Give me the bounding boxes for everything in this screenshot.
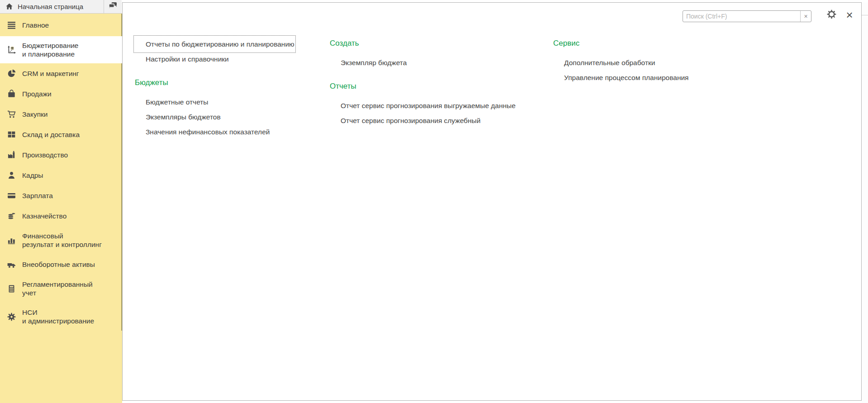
chat-button[interactable] [104, 0, 122, 13]
home-icon [5, 3, 13, 10]
search-box: × [683, 10, 811, 22]
command-link[interactable]: Бюджетные отчеты [135, 95, 209, 109]
sidebar-item-production[interactable]: Производство [0, 145, 122, 165]
command-link[interactable]: Управление процессом планирования [553, 70, 689, 85]
command-link[interactable]: Экземпляр бюджета [330, 55, 407, 70]
sidebar: ГлавноеБюджетирование и планированиеCRM … [0, 14, 122, 403]
sidebar-item-label: Продажи [22, 90, 52, 98]
menu-column-service: СервисДополнительные обработкиУправление… [553, 34, 689, 85]
search-input[interactable] [683, 11, 800, 22]
home-tab-label: Начальная страница [18, 3, 83, 10]
sidebar-item-label: CRM и маркетинг [22, 69, 79, 78]
sidebar-item-regulated[interactable]: Регламентированный учет [0, 275, 122, 303]
sidebar-item-label: Кадры [22, 171, 43, 180]
sidebar-item-crm[interactable]: CRM и маркетинг [0, 63, 122, 84]
sidebar-item-budgeting[interactable]: Бюджетирование и планирование [0, 36, 122, 63]
bag-icon [7, 90, 22, 98]
top-tab-bar: Начальная страница [0, 0, 122, 14]
sidebar-item-label: Бюджетирование и планирование [22, 41, 79, 58]
menu-column-budgets: Отчеты по бюджетированию и планированиюН… [135, 34, 294, 139]
sidebar-item-label: Регламентированный учет [22, 280, 93, 297]
sidebar-item-finresult[interactable]: Финансовый результат и контроллинг [0, 226, 122, 254]
sidebar-item-label: Внеоборотные активы [22, 260, 95, 269]
command-link[interactable]: Дополнительные обработки [553, 55, 655, 70]
sidebar-item-treasury[interactable]: Казначейство [0, 206, 122, 226]
command-link[interactable]: Настройки и справочники [135, 52, 229, 66]
sidebar-item-label: Казначейство [22, 212, 66, 220]
coins-icon [7, 212, 22, 220]
person-icon [7, 171, 22, 180]
chat-icon [109, 2, 117, 11]
sidebar-item-assets[interactable]: Внеоборотные активы [0, 254, 122, 275]
sidebar-item-sales[interactable]: Продажи [0, 84, 122, 104]
panel-controls: × [826, 9, 855, 20]
sidebar-item-label: Закупки [22, 110, 48, 119]
factory-icon [7, 151, 22, 159]
main-panel: × × [122, 2, 862, 401]
card-icon [7, 191, 22, 200]
sidebar-item-hr[interactable]: Кадры [0, 165, 122, 185]
scrollbar-track[interactable] [862, 2, 868, 403]
section-header: Создать [330, 34, 359, 52]
bar-chart-icon [7, 236, 22, 245]
sidebar-item-label: Зарплата [22, 191, 53, 200]
command-link[interactable]: Отчет сервис прогнозирования служебный [330, 113, 480, 128]
sidebar-item-warehouse[interactable]: Склад и доставка [0, 124, 122, 145]
sidebar-item-label: Главное [22, 21, 49, 29]
sidebar-item-glavnoe[interactable]: Главное [0, 14, 122, 36]
sidebar-item-label: НСИ и администрирование [22, 308, 94, 325]
clear-search-icon[interactable]: × [800, 11, 811, 22]
sidebar-item-purchases[interactable]: Закупки [0, 104, 122, 124]
section-header: Отчеты [330, 77, 356, 95]
scrollbar-divider [862, 15, 868, 15]
sidebar-item-label: Склад и доставка [22, 130, 80, 139]
section-header: Бюджеты [135, 74, 168, 92]
pie-chart-icon [7, 69, 22, 78]
budgeting-icon [7, 46, 22, 54]
sidebar-item-admin[interactable]: НСИ и администрирование [0, 303, 122, 331]
sidebar-item-label: Финансовый результат и контроллинг [22, 232, 102, 249]
grid-icon [7, 130, 22, 139]
menu-icon [7, 21, 22, 29]
close-icon[interactable]: × [844, 9, 855, 20]
sidebar-item-salary[interactable]: Зарплата [0, 185, 122, 206]
command-link[interactable]: Значения нефинансовых показателей [135, 124, 270, 139]
home-tab[interactable]: Начальная страница [0, 0, 104, 13]
command-link[interactable]: Отчеты по бюджетированию и планированию [135, 37, 294, 52]
sidebar-item-label: Производство [22, 151, 68, 159]
calculator-icon [7, 284, 22, 293]
menu-column-create-reports: СоздатьЭкземпляр бюджетаОтчетыОтчет серв… [330, 34, 516, 128]
command-link[interactable]: Экземпляры бюджетов [135, 109, 221, 124]
command-link[interactable]: Отчет сервис прогнозирования выгружаемые… [330, 98, 516, 113]
settings-button[interactable] [826, 9, 837, 20]
truck-icon [7, 260, 22, 269]
section-header: Сервис [553, 34, 579, 52]
gear-icon [827, 9, 836, 21]
cart-icon [7, 110, 22, 119]
gear-icon [7, 313, 22, 321]
